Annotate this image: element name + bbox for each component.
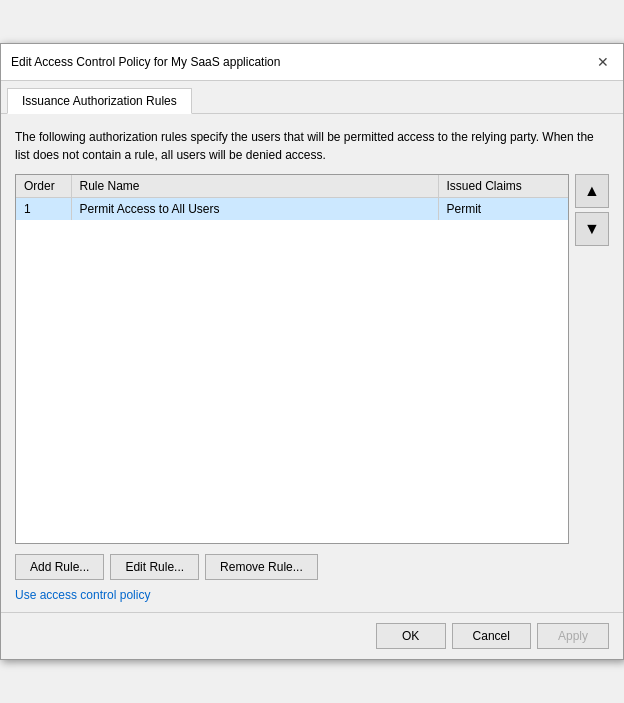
table-row[interactable]: 1Permit Access to All UsersPermit: [16, 198, 568, 221]
dialog-title: Edit Access Control Policy for My SaaS a…: [11, 55, 280, 69]
dialog-footer: OK Cancel Apply: [1, 612, 623, 659]
col-header-issued-claims: Issued Claims: [438, 175, 568, 198]
remove-rule-button[interactable]: Remove Rule...: [205, 554, 318, 580]
table-section: Order Rule Name Issued Claims 1Permit Ac…: [15, 174, 609, 544]
content-area: The following authorization rules specif…: [1, 114, 623, 612]
up-arrow-icon: ▲: [584, 182, 600, 200]
cell-rule-name: Permit Access to All Users: [71, 198, 438, 221]
close-button[interactable]: ✕: [593, 52, 613, 72]
dialog-body: Issuance Authorization Rules The followi…: [1, 81, 623, 612]
title-bar: Edit Access Control Policy for My SaaS a…: [1, 44, 623, 81]
col-header-rule-name: Rule Name: [71, 175, 438, 198]
side-buttons: ▲ ▼: [575, 174, 609, 246]
col-header-order: Order: [16, 175, 71, 198]
apply-button[interactable]: Apply: [537, 623, 609, 649]
cancel-button[interactable]: Cancel: [452, 623, 531, 649]
tab-bar: Issuance Authorization Rules: [1, 81, 623, 114]
bottom-buttons: Add Rule... Edit Rule... Remove Rule...: [15, 554, 609, 580]
rules-table: Order Rule Name Issued Claims 1Permit Ac…: [16, 175, 568, 220]
down-arrow-icon: ▼: [584, 220, 600, 238]
move-up-button[interactable]: ▲: [575, 174, 609, 208]
tab-label: Issuance Authorization Rules: [22, 94, 177, 108]
edit-rule-button[interactable]: Edit Rule...: [110, 554, 199, 580]
description-text: The following authorization rules specif…: [15, 128, 609, 164]
access-control-policy-link[interactable]: Use access control policy: [15, 588, 150, 602]
table-header-row: Order Rule Name Issued Claims: [16, 175, 568, 198]
dialog: Edit Access Control Policy for My SaaS a…: [0, 43, 624, 660]
move-down-button[interactable]: ▼: [575, 212, 609, 246]
tab-issuance-authorization-rules[interactable]: Issuance Authorization Rules: [7, 88, 192, 114]
rules-table-container: Order Rule Name Issued Claims 1Permit Ac…: [15, 174, 569, 544]
cell-order: 1: [16, 198, 71, 221]
add-rule-button[interactable]: Add Rule...: [15, 554, 104, 580]
ok-button[interactable]: OK: [376, 623, 446, 649]
cell-issued-claims: Permit: [438, 198, 568, 221]
